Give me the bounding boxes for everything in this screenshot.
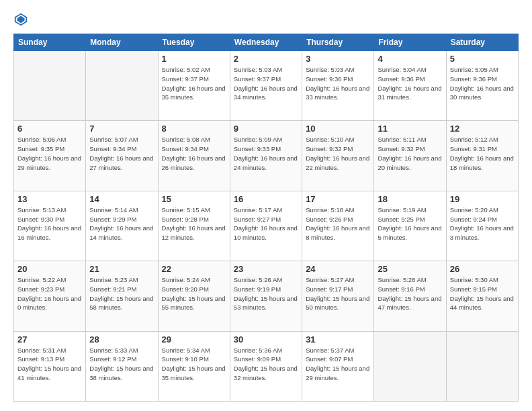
calendar-cell: 17Sunrise: 5:18 AM Sunset: 9:26 PM Dayli… xyxy=(302,191,374,261)
calendar-cell: 27Sunrise: 5:31 AM Sunset: 9:13 PM Dayli… xyxy=(14,331,86,401)
calendar-cell: 28Sunrise: 5:33 AM Sunset: 9:12 PM Dayli… xyxy=(86,331,158,401)
day-info: Sunrise: 5:37 AM Sunset: 9:07 PM Dayligh… xyxy=(306,346,370,383)
day-number: 4 xyxy=(378,54,442,64)
day-info: Sunrise: 5:33 AM Sunset: 9:12 PM Dayligh… xyxy=(89,346,154,383)
calendar-cell: 10Sunrise: 5:10 AM Sunset: 9:32 PM Dayli… xyxy=(302,121,374,191)
calendar-cell: 14Sunrise: 5:14 AM Sunset: 9:29 PM Dayli… xyxy=(86,191,158,261)
calendar-cell: 21Sunrise: 5:23 AM Sunset: 9:21 PM Dayli… xyxy=(86,261,158,331)
day-number: 2 xyxy=(234,54,298,64)
day-info: Sunrise: 5:18 AM Sunset: 9:26 PM Dayligh… xyxy=(306,205,370,242)
day-number: 19 xyxy=(450,194,515,204)
day-number: 9 xyxy=(234,124,298,134)
day-number: 13 xyxy=(17,194,82,204)
day-number: 7 xyxy=(89,124,154,134)
calendar-cell: 16Sunrise: 5:17 AM Sunset: 9:27 PM Dayli… xyxy=(230,191,302,261)
day-number: 30 xyxy=(234,334,298,345)
day-info: Sunrise: 5:02 AM Sunset: 9:37 PM Dayligh… xyxy=(162,65,226,102)
calendar-cell: 18Sunrise: 5:19 AM Sunset: 9:25 PM Dayli… xyxy=(374,191,446,261)
day-info: Sunrise: 5:26 AM Sunset: 9:19 PM Dayligh… xyxy=(234,275,298,312)
day-info: Sunrise: 5:15 AM Sunset: 9:28 PM Dayligh… xyxy=(162,205,226,242)
calendar-cell: 3Sunrise: 5:03 AM Sunset: 9:36 PM Daylig… xyxy=(302,51,374,121)
calendar-table: SundayMondayTuesdayWednesdayThursdayFrid… xyxy=(13,34,519,402)
calendar-cell xyxy=(86,51,158,121)
day-number: 25 xyxy=(378,264,442,274)
day-number: 12 xyxy=(450,124,515,134)
day-info: Sunrise: 5:03 AM Sunset: 9:36 PM Dayligh… xyxy=(306,65,370,102)
day-info: Sunrise: 5:19 AM Sunset: 9:25 PM Dayligh… xyxy=(378,205,442,242)
calendar-week-4: 20Sunrise: 5:22 AM Sunset: 9:23 PM Dayli… xyxy=(14,261,519,331)
day-info: Sunrise: 5:31 AM Sunset: 9:13 PM Dayligh… xyxy=(17,346,82,383)
calendar-cell: 19Sunrise: 5:20 AM Sunset: 9:24 PM Dayli… xyxy=(446,191,518,261)
calendar-cell xyxy=(14,51,86,121)
day-info: Sunrise: 5:10 AM Sunset: 9:32 PM Dayligh… xyxy=(306,135,370,172)
day-number: 6 xyxy=(17,124,82,134)
day-info: Sunrise: 5:12 AM Sunset: 9:31 PM Dayligh… xyxy=(450,135,515,172)
calendar-cell xyxy=(374,331,446,401)
calendar-cell: 20Sunrise: 5:22 AM Sunset: 9:23 PM Dayli… xyxy=(14,261,86,331)
calendar-cell: 30Sunrise: 5:36 AM Sunset: 9:09 PM Dayli… xyxy=(230,331,302,401)
day-number: 14 xyxy=(89,194,154,204)
calendar-cell: 13Sunrise: 5:13 AM Sunset: 9:30 PM Dayli… xyxy=(14,191,86,261)
day-info: Sunrise: 5:27 AM Sunset: 9:17 PM Dayligh… xyxy=(306,275,370,312)
day-number: 26 xyxy=(450,264,515,274)
header xyxy=(13,12,519,27)
calendar-cell: 2Sunrise: 5:03 AM Sunset: 9:37 PM Daylig… xyxy=(230,51,302,121)
day-number: 11 xyxy=(378,124,442,134)
day-number: 31 xyxy=(306,334,370,345)
day-number: 21 xyxy=(89,264,154,274)
day-number: 23 xyxy=(234,264,298,274)
day-number: 15 xyxy=(162,194,226,204)
day-number: 24 xyxy=(306,264,370,274)
day-number: 28 xyxy=(89,334,154,345)
day-info: Sunrise: 5:20 AM Sunset: 9:24 PM Dayligh… xyxy=(450,205,515,242)
day-info: Sunrise: 5:17 AM Sunset: 9:27 PM Dayligh… xyxy=(234,205,298,242)
day-info: Sunrise: 5:08 AM Sunset: 9:34 PM Dayligh… xyxy=(162,135,226,172)
calendar-cell: 12Sunrise: 5:12 AM Sunset: 9:31 PM Dayli… xyxy=(446,121,518,191)
calendar-cell: 25Sunrise: 5:28 AM Sunset: 9:16 PM Dayli… xyxy=(374,261,446,331)
calendar-cell: 9Sunrise: 5:09 AM Sunset: 9:33 PM Daylig… xyxy=(230,121,302,191)
day-number: 27 xyxy=(17,334,82,345)
day-info: Sunrise: 5:30 AM Sunset: 9:15 PM Dayligh… xyxy=(450,275,515,312)
calendar-cell: 11Sunrise: 5:11 AM Sunset: 9:32 PM Dayli… xyxy=(374,121,446,191)
calendar-header-sunday: Sunday xyxy=(14,34,86,51)
calendar-week-2: 6Sunrise: 5:06 AM Sunset: 9:35 PM Daylig… xyxy=(14,121,519,191)
day-info: Sunrise: 5:09 AM Sunset: 9:33 PM Dayligh… xyxy=(234,135,298,172)
calendar-cell: 1Sunrise: 5:02 AM Sunset: 9:37 PM Daylig… xyxy=(158,51,230,121)
calendar-header-saturday: Saturday xyxy=(446,34,518,51)
calendar-cell: 22Sunrise: 5:24 AM Sunset: 9:20 PM Dayli… xyxy=(158,261,230,331)
day-info: Sunrise: 5:22 AM Sunset: 9:23 PM Dayligh… xyxy=(17,275,82,312)
day-info: Sunrise: 5:13 AM Sunset: 9:30 PM Dayligh… xyxy=(17,205,82,242)
calendar-cell xyxy=(446,331,518,401)
day-info: Sunrise: 5:04 AM Sunset: 9:36 PM Dayligh… xyxy=(378,65,442,102)
day-info: Sunrise: 5:03 AM Sunset: 9:37 PM Dayligh… xyxy=(234,65,298,102)
calendar-cell: 23Sunrise: 5:26 AM Sunset: 9:19 PM Dayli… xyxy=(230,261,302,331)
day-number: 18 xyxy=(378,194,442,204)
day-number: 5 xyxy=(450,54,515,64)
calendar-header-monday: Monday xyxy=(86,34,158,51)
calendar-header-thursday: Thursday xyxy=(302,34,374,51)
logo xyxy=(13,12,31,27)
page: SundayMondayTuesdayWednesdayThursdayFrid… xyxy=(0,0,532,411)
day-number: 17 xyxy=(306,194,370,204)
day-info: Sunrise: 5:23 AM Sunset: 9:21 PM Dayligh… xyxy=(89,275,154,312)
day-number: 20 xyxy=(17,264,82,274)
day-number: 22 xyxy=(162,264,226,274)
day-number: 3 xyxy=(306,54,370,64)
calendar-cell: 24Sunrise: 5:27 AM Sunset: 9:17 PM Dayli… xyxy=(302,261,374,331)
calendar-header-friday: Friday xyxy=(374,34,446,51)
day-number: 1 xyxy=(162,54,226,64)
calendar-cell: 8Sunrise: 5:08 AM Sunset: 9:34 PM Daylig… xyxy=(158,121,230,191)
day-info: Sunrise: 5:24 AM Sunset: 9:20 PM Dayligh… xyxy=(162,275,226,312)
day-info: Sunrise: 5:05 AM Sunset: 9:36 PM Dayligh… xyxy=(450,65,515,102)
day-number: 29 xyxy=(162,334,226,345)
calendar-week-5: 27Sunrise: 5:31 AM Sunset: 9:13 PM Dayli… xyxy=(14,331,519,401)
logo-icon xyxy=(13,12,28,27)
day-info: Sunrise: 5:34 AM Sunset: 9:10 PM Dayligh… xyxy=(162,346,226,383)
day-number: 8 xyxy=(162,124,226,134)
calendar-week-1: 1Sunrise: 5:02 AM Sunset: 9:37 PM Daylig… xyxy=(14,51,519,121)
calendar-cell: 15Sunrise: 5:15 AM Sunset: 9:28 PM Dayli… xyxy=(158,191,230,261)
day-info: Sunrise: 5:36 AM Sunset: 9:09 PM Dayligh… xyxy=(234,346,298,383)
day-info: Sunrise: 5:11 AM Sunset: 9:32 PM Dayligh… xyxy=(378,135,442,172)
calendar-cell: 31Sunrise: 5:37 AM Sunset: 9:07 PM Dayli… xyxy=(302,331,374,401)
day-info: Sunrise: 5:14 AM Sunset: 9:29 PM Dayligh… xyxy=(89,205,154,242)
